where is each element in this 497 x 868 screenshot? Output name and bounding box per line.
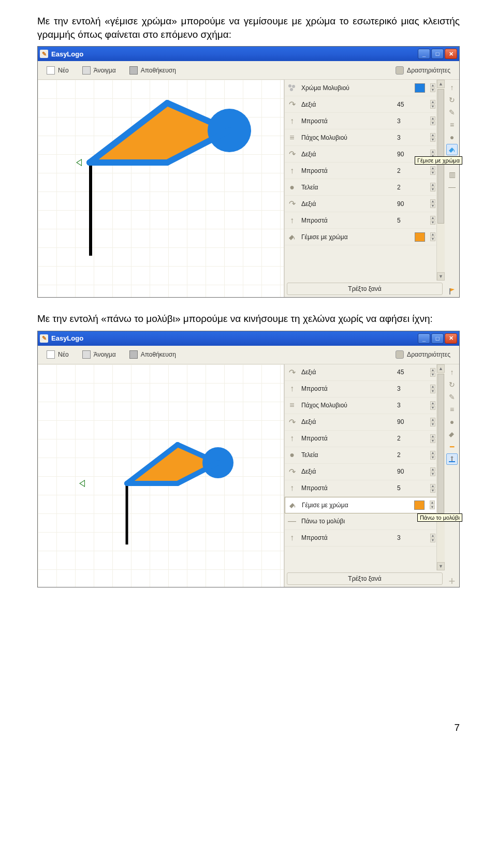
spin-down-icon[interactable]: ▼: [430, 455, 435, 460]
spin-down-icon[interactable]: ▼: [430, 138, 435, 142]
new-button[interactable]: Νέο: [41, 63, 75, 78]
command-row[interactable]: Χρώμα Μολυβιού▲▼: [285, 80, 445, 96]
spin-up-icon[interactable]: ▲: [430, 385, 435, 389]
spin-down-icon[interactable]: ▼: [430, 171, 435, 175]
tool-redo-arrow-icon[interactable]: ↻: [446, 379, 458, 390]
tool-up-arrow-icon[interactable]: ↑: [446, 82, 458, 93]
tool-width-icon[interactable]: ≡: [446, 404, 458, 415]
spin-up-icon[interactable]: ▲: [430, 100, 435, 104]
value-spinner[interactable]: ▲▼: [430, 467, 435, 476]
spin-up-icon[interactable]: ▲: [430, 501, 435, 505]
value-spinner[interactable]: ▲▼: [430, 83, 435, 92]
value-spinner[interactable]: ▲▼: [430, 368, 435, 377]
scroll-thumb[interactable]: [437, 374, 444, 513]
value-spinner[interactable]: ▲▼: [430, 100, 435, 109]
spin-down-icon[interactable]: ▼: [430, 406, 435, 410]
spin-up-icon[interactable]: ▲: [430, 183, 435, 187]
scroll-down-icon[interactable]: ▼: [437, 562, 445, 570]
spin-down-icon[interactable]: ▼: [430, 373, 435, 377]
tool-pencil-icon[interactable]: ✎: [446, 107, 458, 118]
tool-up-arrow-icon[interactable]: ↑: [446, 366, 458, 378]
spin-up-icon[interactable]: ▲: [430, 133, 435, 137]
command-row[interactable]: ≡Πάχος Μολυβιού3▲▼: [285, 398, 445, 414]
tool-width-icon[interactable]: ≡: [446, 119, 458, 130]
scroll-up-icon[interactable]: ▲: [437, 80, 445, 88]
spin-up-icon[interactable]: ▲: [430, 484, 435, 488]
value-spinner[interactable]: ▲▼: [430, 133, 435, 142]
value-spinner[interactable]: ▲▼: [430, 484, 435, 493]
scroll-down-icon[interactable]: ▼: [437, 272, 445, 281]
spin-up-icon[interactable]: ▲: [430, 451, 435, 455]
command-row[interactable]: ●Τελεία2▲▼: [285, 179, 445, 196]
panel-scrollbar[interactable]: ▲ ▼: [436, 80, 445, 281]
spin-down-icon[interactable]: ▼: [430, 439, 435, 443]
spin-up-icon[interactable]: ▲: [430, 166, 435, 170]
maximize-button[interactable]: □: [431, 333, 444, 344]
run-again-button[interactable]: Τρέξτο ξανά: [287, 283, 443, 295]
spin-down-icon[interactable]: ▼: [430, 538, 435, 542]
value-spinner[interactable]: ▲▼: [430, 451, 435, 460]
spin-up-icon[interactable]: ▲: [430, 418, 435, 422]
maximize-button[interactable]: □: [431, 49, 444, 59]
value-spinner[interactable]: ▲▼: [430, 232, 435, 241]
spin-down-icon[interactable]: ▼: [430, 121, 435, 125]
spin-down-icon[interactable]: ▼: [430, 220, 435, 225]
spin-down-icon[interactable]: ▼: [430, 187, 435, 192]
value-spinner[interactable]: ▲▼: [430, 534, 435, 542]
tool-redo-arrow-icon[interactable]: ↻: [446, 94, 458, 106]
command-row[interactable]: ↑Μπροστά5▲▼: [285, 212, 445, 229]
command-row[interactable]: Γέμισε με χρώμα▲▼: [285, 229, 445, 245]
color-swatch[interactable]: [415, 232, 425, 242]
spin-down-icon[interactable]: ▼: [430, 204, 435, 208]
tool-dot-icon[interactable]: ●: [446, 416, 458, 428]
save-button[interactable]: Αποθήκευση: [124, 63, 182, 78]
command-row[interactable]: ↷Δεξιά45▲▼: [285, 96, 445, 113]
scroll-up-icon[interactable]: ▲: [437, 364, 445, 373]
value-spinner[interactable]: ▲▼: [430, 385, 435, 393]
color-swatch[interactable]: [415, 83, 425, 93]
tool-flag-icon[interactable]: [446, 286, 458, 297]
tool-pen-up-icon[interactable]: [446, 453, 458, 465]
value-spinner[interactable]: ▲▼: [430, 434, 435, 443]
tool-fill-bucket-icon[interactable]: [446, 429, 458, 440]
command-row[interactable]: ↑Μπροστά2▲▼: [285, 163, 445, 179]
activities-button[interactable]: Δραστηριότητες: [390, 347, 456, 362]
spin-up-icon[interactable]: ▲: [430, 467, 435, 472]
command-row[interactable]: ↑Μπροστά3▲▼: [285, 113, 445, 129]
spin-down-icon[interactable]: ▼: [430, 422, 435, 426]
drawing-canvas[interactable]: [38, 364, 284, 587]
spin-up-icon[interactable]: ▲: [430, 199, 435, 203]
value-spinner[interactable]: ▲▼: [430, 183, 435, 192]
tool-minus-icon[interactable]: —: [446, 181, 458, 193]
close-button[interactable]: ✕: [445, 333, 457, 344]
spin-up-icon[interactable]: ▲: [430, 232, 435, 237]
open-button[interactable]: Άνοιγμα: [77, 63, 122, 78]
command-row[interactable]: ↑Μπροστά3▲▼: [285, 530, 445, 547]
value-spinner[interactable]: ▲▼: [430, 116, 435, 125]
spin-up-icon[interactable]: ▲: [430, 368, 435, 372]
panel-scrollbar[interactable]: ▲ ▼: [436, 364, 445, 570]
command-row[interactable]: ↑Μπροστά2▲▼: [285, 431, 445, 447]
command-row[interactable]: ↑Μπροστά5▲▼: [285, 480, 445, 497]
save-button[interactable]: Αποθήκευση: [124, 347, 182, 362]
spin-up-icon[interactable]: ▲: [430, 216, 435, 220]
command-row[interactable]: ↷Δεξιά90▲▼: [285, 196, 445, 212]
command-row[interactable]: Γέμισε με χρώμα▲▼: [285, 497, 445, 513]
command-row[interactable]: ●Τελεία2▲▼: [285, 447, 445, 464]
spin-up-icon[interactable]: ▲: [430, 534, 435, 538]
color-swatch[interactable]: [414, 501, 425, 510]
activities-button[interactable]: Δραστηριότητες: [390, 63, 456, 78]
spin-down-icon[interactable]: ▼: [430, 489, 435, 493]
tool-bars-icon[interactable]: ▥: [446, 169, 458, 180]
spin-up-icon[interactable]: ▲: [430, 83, 435, 87]
command-row[interactable]: ≡Πάχος Μολυβιού3▲▼: [285, 129, 445, 146]
value-spinner[interactable]: ▲▼: [430, 216, 435, 225]
tool-fill-bucket-icon[interactable]: [446, 144, 458, 155]
command-row[interactable]: ↷Δεξιά90▲▼: [285, 464, 445, 480]
spin-down-icon[interactable]: ▼: [430, 88, 435, 92]
spin-down-icon[interactable]: ▼: [430, 105, 435, 109]
drawing-canvas[interactable]: [38, 80, 284, 297]
spin-down-icon[interactable]: ▼: [430, 505, 435, 509]
spin-up-icon[interactable]: ▲: [430, 150, 435, 154]
spin-down-icon[interactable]: ▼: [430, 389, 435, 393]
